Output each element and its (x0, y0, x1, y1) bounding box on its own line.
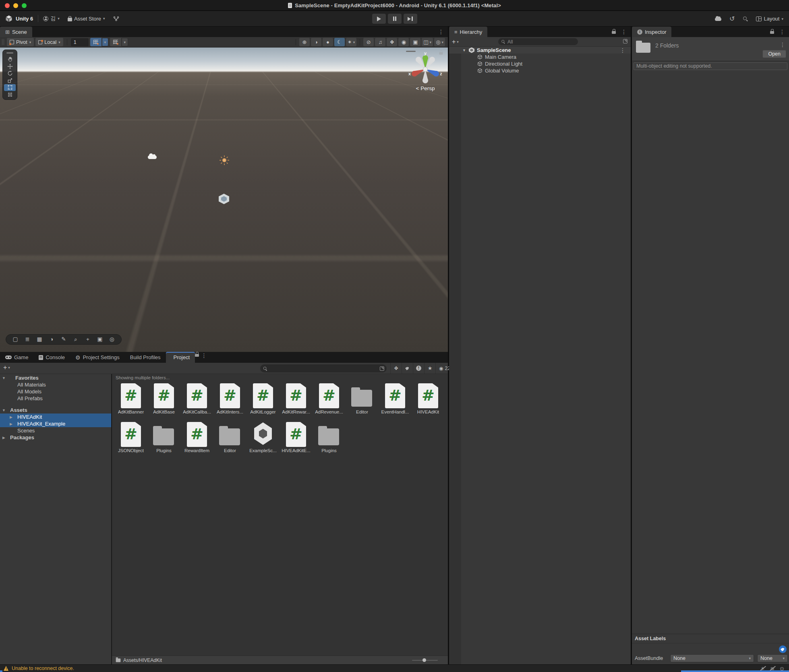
tab-inspector[interactable]: Inspector (632, 27, 671, 37)
rotate-tool-button[interactable] (4, 70, 16, 77)
asset-item[interactable]: AdKitBase (147, 383, 180, 422)
project-tree-item[interactable]: Scenes (0, 427, 111, 434)
asset-item[interactable]: JSONObject (114, 422, 147, 460)
panel-menu-icon[interactable]: ⋮ (201, 352, 207, 359)
project-tree-item[interactable]: ▶ HIVEAdKit_Example (0, 420, 111, 427)
panel-tab[interactable]: Build Profiles (125, 352, 166, 363)
context-menu-icon[interactable]: ⋮ (780, 42, 785, 48)
breadcrumb[interactable]: Assets/HIVEAdKit (123, 658, 162, 663)
overlay-tool-button[interactable]: ✎ (58, 337, 70, 342)
scene-viewport[interactable]: y x z < Persp ▢ ≣ ▦ (0, 48, 448, 352)
panel-menu-icon[interactable]: ⋮ (779, 29, 785, 35)
status-message[interactable]: Unable to reconnect device. (12, 666, 74, 671)
play-button[interactable] (372, 14, 386, 24)
add-label-button[interactable] (779, 645, 787, 653)
undo-history-icon[interactable]: ↺ (729, 16, 735, 22)
create-asset-button[interactable]: + ▾ (3, 364, 10, 371)
overlay-tool-button[interactable]: ≣ (21, 337, 33, 342)
asset-item[interactable]: AdRevenue... (313, 383, 346, 422)
hand-tool-button[interactable] (4, 56, 16, 63)
transform-tool-button[interactable] (4, 91, 16, 98)
panel-tab[interactable]: Console (33, 352, 70, 363)
layout-menu[interactable]: Layout ▾ (756, 16, 783, 22)
tab-hierarchy[interactable]: ≡ Hierarchy (449, 27, 487, 37)
pause-button[interactable] (388, 14, 402, 24)
assetbundle-variant-dropdown[interactable]: None ▾ (757, 654, 788, 662)
asset-item[interactable]: Editor (346, 383, 379, 422)
open-search-window-icon[interactable] (380, 366, 384, 371)
move-tool-button[interactable] (4, 63, 16, 70)
version-control-button[interactable] (113, 16, 119, 21)
open-button[interactable]: Open (762, 50, 786, 58)
lock-icon[interactable] (195, 354, 199, 358)
scene-view-option-button[interactable]: ● (323, 38, 333, 46)
pivot-mode-button[interactable]: Pivot ▾ (7, 38, 34, 46)
overlay-tool-button[interactable]: ⌕ (70, 337, 82, 342)
hierarchy-item[interactable]: Directional Light (449, 60, 631, 67)
asset-item[interactable]: Editor (213, 422, 246, 460)
scene-view-option-button[interactable]: ⊕ (299, 38, 310, 46)
grid-visibility-toggle[interactable]: ▾ (110, 38, 128, 46)
asset-item[interactable]: AdKitCallba... (180, 383, 213, 422)
assetbundle-dropdown[interactable]: None ▾ (670, 654, 754, 662)
scene-view-toggle-button[interactable]: ♫ (375, 38, 385, 46)
asset-item[interactable]: ExampleSc... (246, 422, 280, 460)
cloud-services-icon[interactable] (715, 18, 721, 21)
scene-view-toggle-button[interactable]: ◫ ▾ (422, 38, 433, 46)
favorite-search-button[interactable]: ★ (424, 363, 435, 374)
project-tree-item[interactable]: ▶ Packages (0, 434, 111, 441)
asset-labels-header[interactable]: Asset Labels (632, 634, 789, 643)
overlay-drag-handle[interactable] (6, 52, 13, 54)
create-object-button[interactable]: + ▾ (452, 39, 459, 45)
panel-tab[interactable]: Project Settings (70, 352, 125, 363)
scene-view-toggle-button[interactable]: ◉ (398, 38, 409, 46)
scene-view-option-button[interactable]: ☾ (334, 38, 345, 46)
asset-store-menu[interactable]: Asset Store ▾ (68, 16, 105, 22)
slider-thumb[interactable] (422, 658, 426, 662)
hierarchy-search-input[interactable]: All (498, 38, 578, 45)
overlay-tool-button[interactable]: ▦ (33, 337, 46, 342)
expander-icon[interactable]: ▶ (9, 422, 13, 426)
lock-icon[interactable] (612, 31, 616, 35)
project-tree-item[interactable]: ▶ HIVEAdKit (0, 414, 111, 420)
asset-item[interactable]: AdKitBanner (114, 383, 147, 422)
asset-item[interactable]: Plugins (147, 422, 180, 460)
overlay-tool-button[interactable]: + (82, 337, 94, 342)
panel-tab[interactable]: Project (166, 352, 195, 363)
open-search-window-icon[interactable] (623, 39, 627, 43)
project-tree-item[interactable]: ▼ Favorites (0, 374, 111, 381)
filter-by-label-button[interactable] (402, 363, 413, 374)
scale-tool-button[interactable] (4, 77, 16, 84)
asset-item[interactable]: HIVEAdKitE... (280, 422, 313, 460)
asset-item[interactable]: RewardItem (180, 422, 213, 460)
thumbnail-zoom-slider[interactable] (412, 660, 438, 661)
asset-item[interactable]: AdKitInters... (213, 383, 246, 422)
asset-item[interactable]: Plugins (313, 422, 346, 460)
filter-by-type-button[interactable]: ❖ (390, 363, 402, 374)
scene-view-toggle-button[interactable]: ◎ ▾ (434, 38, 445, 46)
grid-snapping-toggle[interactable]: ▾ (90, 38, 108, 46)
asset-item[interactable]: AdKitLogger (246, 383, 280, 422)
expander-icon[interactable]: ▼ (2, 376, 6, 380)
rect-tool-button[interactable] (4, 84, 16, 91)
perspective-label[interactable]: < Persp (404, 85, 446, 91)
panel-tab[interactable]: Game (0, 352, 33, 363)
toolbar-drag-handle[interactable] (2, 39, 4, 45)
panel-menu-icon[interactable]: ⋮ (438, 29, 444, 35)
tab-scene[interactable]: ⊞ Scene (0, 27, 32, 37)
hierarchy-item[interactable]: Main Camera (449, 54, 631, 60)
project-search-input[interactable] (260, 364, 387, 372)
orientation-gizmo[interactable]: y x z (406, 50, 445, 89)
filter-importlog-button[interactable] (413, 363, 424, 374)
scene-view-option-button[interactable]: ✶ ▾ (346, 38, 356, 46)
scene-view-toggle-button[interactable]: ⊘ (363, 38, 374, 46)
scene-menu-icon[interactable]: ⋮ (620, 48, 631, 53)
overlay-tool-button[interactable]: ▣ (94, 337, 106, 342)
scene-view-toggle-button[interactable]: ❖ (387, 38, 397, 46)
overlay-tool-button[interactable]: ▢ (9, 337, 21, 342)
panel-menu-icon[interactable]: ⋮ (621, 29, 627, 35)
account-menu[interactable]: 김 ▾ (43, 15, 60, 22)
expander-icon[interactable]: ▼ (462, 48, 466, 52)
expander-icon[interactable]: ▶ (2, 436, 6, 440)
overlay-tool-button[interactable]: ◎ (106, 337, 118, 342)
